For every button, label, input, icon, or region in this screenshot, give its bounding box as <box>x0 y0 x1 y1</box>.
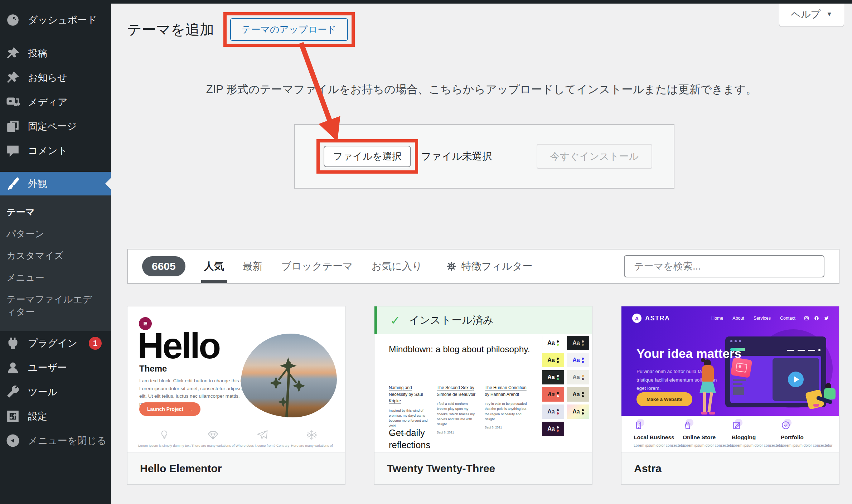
feature-name: Blogging <box>732 434 779 441</box>
feature-caption: There are many variations of <box>192 444 235 447</box>
feature-item: Here are many variations of <box>289 429 334 452</box>
hello-heading: Hello <box>137 325 219 367</box>
style-variation-swatch[interactable]: Aa <box>542 336 564 350</box>
nav-item: Services <box>754 316 771 321</box>
admin-bar <box>0 0 852 4</box>
article-date: Sept 8, 2021 <box>437 431 479 434</box>
person-illustration <box>813 383 839 416</box>
feature-item: Portfolio Lorem ipsum dolor consectetur <box>779 420 828 452</box>
feature-item: There are many variations of <box>190 429 236 452</box>
sidebar-item-notices[interactable]: お知らせ <box>0 66 111 90</box>
theme-count-badge: 6605 <box>142 256 185 276</box>
article-excerpt: I try in vain to be persuaded that the p… <box>485 401 527 422</box>
style-variation-swatch[interactable]: Aa <box>567 370 589 384</box>
lightbulb-icon <box>159 429 170 441</box>
style-variation-swatch[interactable]: Aa <box>567 387 589 402</box>
help-dropdown[interactable]: ヘルプ ▼ <box>779 4 844 27</box>
annotation-box-choose-file: ファイルを選択 <box>316 139 418 174</box>
sidebar-item-plugins[interactable]: プラグイン 1 <box>0 331 111 355</box>
upload-theme-button[interactable]: テーマのアップロード <box>230 18 348 41</box>
settings-icon <box>6 409 20 423</box>
user-icon <box>6 360 20 375</box>
feature-filter-button[interactable]: 特徴フィルター <box>446 260 533 273</box>
main-content: ヘルプ ▼ テーマを追加 テーマのアップロード ZIP 形式のテーマファイルをお… <box>111 4 852 504</box>
sidebar-item-label: 外観 <box>28 177 47 190</box>
facebook-icon <box>814 316 819 321</box>
tab-latest[interactable]: 最新 <box>243 249 263 283</box>
sidebar-item-label: ツール <box>28 386 57 398</box>
sidebar-item-posts[interactable]: 投稿 <box>0 41 111 66</box>
astra-header: A ASTRA Home About Services Contact <box>621 306 839 323</box>
feature-item: Local Business Lorem ipsum dolor consect… <box>632 420 681 452</box>
sidebar-item-tools[interactable]: ツール <box>0 380 111 404</box>
theme-name: Hello Elementor <box>127 452 345 484</box>
upload-instructions-text: ZIP 形式のテーマファイルをお持ちの場合、こちらからアップロードしてインストー… <box>111 82 852 97</box>
chevron-down-icon: ▼ <box>826 11 832 18</box>
theme-upload-panel: ファイルを選択 ファイル未選択 今すぐインストール <box>294 124 674 189</box>
sidebar-item-customize[interactable]: カスタマイズ <box>0 245 111 267</box>
paintbrush-icon <box>6 176 20 191</box>
sidebar-item-patterns[interactable]: パターン <box>0 223 111 245</box>
sidebar-item-menus[interactable]: メニュー <box>0 267 111 289</box>
sidebar-item-theme-file-editor[interactable]: テーマファイルエディター <box>0 289 111 323</box>
style-variation-swatch[interactable]: Aa <box>542 353 564 367</box>
sidebar-item-settings[interactable]: 設定 <box>0 404 111 428</box>
nav-item: Contact <box>780 316 795 321</box>
style-variation-swatch[interactable]: Aa <box>567 353 589 367</box>
make-a-website-button: Make a Website <box>636 392 692 406</box>
choose-file-button[interactable]: ファイルを選択 <box>324 146 411 167</box>
sidebar-item-collapse-menu[interactable]: メニューを閉じる <box>0 428 111 453</box>
style-variation-swatch[interactable]: Aa <box>567 404 589 419</box>
sidebar-item-label: お知らせ <box>28 71 67 84</box>
dashboard-icon <box>6 13 20 27</box>
feature-item: Lorem Ipsum is simply dummy text <box>138 429 190 452</box>
tab-popular[interactable]: 人気 <box>204 249 224 283</box>
sidebar-item-label: プラグイン <box>28 337 77 350</box>
admin-sidebar: ダッシュボード 投稿 お知らせ メディア 固定ページ コメント 外観 テーマ パ <box>0 0 111 504</box>
theme-name: Twenty Twenty-Three <box>374 452 592 484</box>
install-now-button[interactable]: 今すぐインストール <box>537 144 652 169</box>
theme-name: Astra <box>621 452 839 484</box>
sidebar-item-pages[interactable]: 固定ページ <box>0 114 111 139</box>
tt3-site-title: Mindblown: a blog about philosophy. <box>389 344 530 354</box>
style-variation-swatch[interactable]: Aa <box>542 387 564 402</box>
sidebar-item-label: 設定 <box>28 410 47 423</box>
theme-search-input[interactable] <box>624 255 824 277</box>
sidebar-item-appearance[interactable]: 外観 <box>0 172 111 195</box>
theme-card-hello-elementor[interactable]: Hello Theme I am text block. Click edit … <box>127 306 345 485</box>
style-variation-swatch[interactable]: Aa <box>542 370 564 384</box>
style-variation-swatch[interactable]: Aa <box>542 422 564 436</box>
shopping-bag-icon <box>683 420 693 430</box>
paper-plane-icon <box>257 429 268 441</box>
sidebar-item-dashboard[interactable]: ダッシュボード <box>0 8 111 32</box>
pages-icon <box>6 119 20 134</box>
astra-hero: A ASTRA Home About Services Contact <box>621 306 839 416</box>
style-variation-swatch[interactable]: Aa <box>542 404 564 419</box>
plugin-icon <box>6 336 20 350</box>
page-title: テーマを追加 <box>127 20 214 39</box>
tab-favorites[interactable]: お気に入り <box>372 249 422 283</box>
theme-card-twenty-twenty-three[interactable]: ✓ インストール済み Mindblown: a blog about philo… <box>374 306 592 485</box>
astra-logo-icon: A <box>632 314 642 323</box>
article: The Second Sex by Simone de Beauvoir I f… <box>437 384 479 436</box>
thistle-plant-illustration <box>241 334 337 417</box>
sidebar-item-users[interactable]: ユーザー <box>0 355 111 380</box>
sidebar-item-label: メニューを閉じる <box>28 434 107 447</box>
sidebar-item-themes[interactable]: テーマ <box>0 201 111 223</box>
article-date: Sept 6, 2021 <box>485 426 527 429</box>
sidebar-item-media[interactable]: メディア <box>0 90 111 114</box>
nav-item: Home <box>711 316 723 321</box>
collapse-menu-icon <box>6 433 20 448</box>
play-button-icon <box>788 372 804 387</box>
installed-banner: ✓ インストール済み <box>374 306 592 334</box>
theme-card-astra[interactable]: A ASTRA Home About Services Contact <box>621 306 839 485</box>
astra-heading: Your idea matters <box>636 346 741 361</box>
tab-block-themes[interactable]: ブロックテーマ <box>281 249 353 283</box>
feature-name: Online Store <box>683 434 730 441</box>
feature-item: Where does it come from? Contrary <box>236 429 289 452</box>
article-title: The Second Sex by Simone de Beauvoir <box>437 384 479 398</box>
sidebar-item-comments[interactable]: コメント <box>0 139 111 163</box>
astra-features-row: Local Business Lorem ipsum dolor consect… <box>621 416 839 452</box>
pushpin-icon <box>6 46 20 60</box>
style-variation-swatch[interactable]: Aa <box>567 336 589 350</box>
